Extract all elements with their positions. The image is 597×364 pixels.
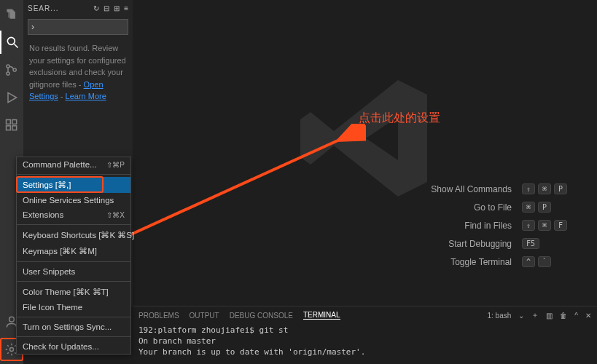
svg-point-10 (10, 348, 14, 352)
welcome-row: Go to File⌘P (411, 202, 567, 213)
refresh-icon[interactable]: ↻ (93, 4, 99, 12)
terminal-new-icon[interactable]: ＋ (531, 310, 539, 320)
gear-menu-item[interactable]: Turn on Settings Sync... (17, 320, 130, 334)
terminal-tab[interactable]: TERMINAL (303, 311, 340, 320)
svg-rect-6 (12, 120, 17, 124)
gear-menu-item[interactable]: User Snippets (17, 264, 130, 279)
welcome-label: Go to File (411, 202, 512, 213)
welcome-row: Find in Files⇧⌘F (411, 220, 567, 231)
gear-menu-item[interactable]: Extensions⇧⌘X (17, 207, 130, 222)
keycap: P (554, 183, 567, 194)
gear-menu-item[interactable]: Settings [⌘,] (17, 177, 130, 193)
gear-menu: Command Palette...⇧⌘PSettings [⌘,]Online… (16, 157, 131, 355)
search-input-container: › Aa ⌇ ⁎ (28, 19, 128, 35)
gear-menu-item[interactable]: Check for Updates... (17, 339, 130, 354)
terminal-max-icon[interactable]: ^ (574, 312, 578, 320)
terminal-output[interactable]: 192:platform zhoujiafei$ git st On branc… (133, 324, 597, 364)
svg-rect-5 (7, 120, 11, 124)
terminal-tab[interactable]: OUTPUT (190, 312, 219, 320)
debug-icon[interactable] (0, 86, 23, 109)
keycap: F5 (522, 238, 539, 249)
welcome-label: Start Debugging (411, 239, 512, 249)
keycap: F (554, 220, 567, 231)
svg-point-9 (9, 317, 15, 322)
welcome-label: Toggle Terminal (411, 257, 512, 267)
collapse-icon[interactable]: ≡ (124, 4, 128, 12)
terminal-close-icon[interactable]: ✕ (585, 312, 591, 320)
keycap: P (538, 202, 551, 213)
terminal-trash-icon[interactable]: 🗑 (560, 312, 567, 320)
gear-menu-item[interactable]: Command Palette...⇧⌘P (17, 157, 130, 172)
scm-icon[interactable] (0, 58, 23, 82)
svg-line-1 (15, 44, 18, 48)
terminal-selector[interactable]: 1: bash (487, 312, 511, 320)
sidebar-title: SEAR... (28, 4, 59, 12)
editor-area: 点击此处的设置 Show All Commands⇧⌘PGo to File⌘P… (133, 0, 597, 306)
keycap: ⌘ (522, 202, 535, 213)
gear-menu-item[interactable]: Keyboard Shortcuts [⌘K ⌘S] (17, 227, 130, 243)
svg-point-0 (7, 37, 15, 44)
terminal-dropdown-icon[interactable]: ⌄ (518, 312, 524, 320)
search-input[interactable] (37, 22, 147, 32)
clear-icon[interactable]: ⊟ (104, 4, 109, 12)
terminal-split-icon[interactable]: ▥ (546, 312, 553, 320)
keycap: ⌘ (538, 220, 551, 231)
gear-menu-item[interactable]: Color Theme [⌘K ⌘T] (17, 284, 130, 300)
keycap: ⇧ (522, 220, 535, 231)
search-icon[interactable] (0, 31, 23, 54)
terminal-panel: PROBLEMSOUTPUTDEBUG CONSOLETERMINAL 1: b… (133, 306, 597, 364)
svg-rect-8 (12, 126, 17, 130)
new-editor-icon[interactable]: ⊞ (114, 4, 120, 12)
keycap: ⌘ (538, 183, 551, 194)
files-icon[interactable] (0, 3, 23, 26)
svg-point-3 (7, 72, 9, 75)
welcome-label: Show All Commands (411, 184, 512, 194)
keycap: ⇧ (522, 183, 535, 194)
welcome-row: Start DebuggingF5 (411, 238, 567, 249)
search-no-results: No results found. Review your settings f… (23, 38, 133, 107)
terminal-tab[interactable]: DEBUG CONSOLE (230, 312, 293, 320)
gear-menu-item[interactable]: File Icon Theme (17, 300, 130, 314)
keycap: ` (538, 256, 551, 267)
gear-menu-item[interactable]: Keymaps [⌘K ⌘M] (17, 243, 130, 259)
terminal-tab[interactable]: PROBLEMS (138, 312, 179, 320)
extensions-icon[interactable] (0, 114, 23, 137)
search-history-toggle[interactable]: › (31, 22, 34, 32)
welcome-shortcuts: Show All Commands⇧⌘PGo to File⌘PFind in … (411, 183, 567, 274)
svg-rect-7 (7, 126, 11, 130)
welcome-label: Find in Files (411, 221, 512, 231)
welcome-row: Toggle Terminal^` (411, 256, 567, 267)
keycap: ^ (522, 256, 535, 267)
svg-point-2 (7, 65, 9, 68)
gear-menu-item[interactable]: Online Services Settings (17, 193, 130, 207)
welcome-row: Show All Commands⇧⌘P (411, 183, 567, 194)
learn-more-link[interactable]: Learn More (66, 92, 106, 100)
